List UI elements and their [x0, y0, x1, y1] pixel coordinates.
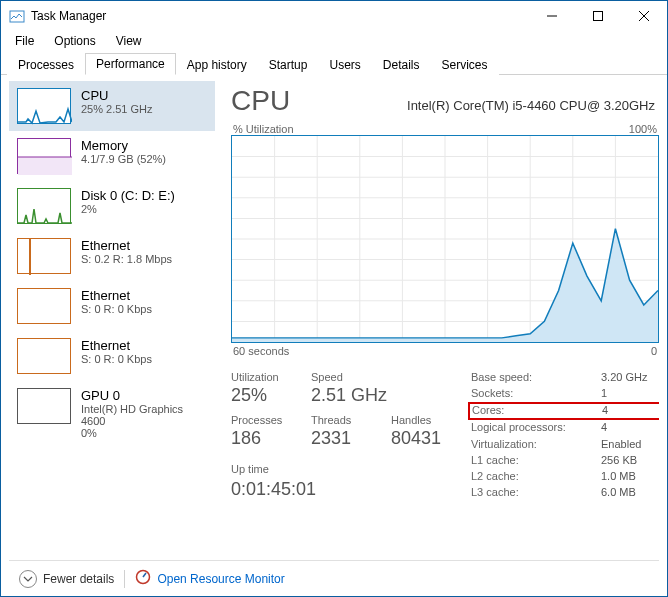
- eth1-thumb: [17, 288, 71, 324]
- l1-key: L1 cache:: [471, 454, 601, 468]
- tab-startup[interactable]: Startup: [258, 54, 319, 75]
- detail-header: CPU Intel(R) Core(TM) i5-4460 CPU@ 3.20G…: [231, 81, 659, 123]
- sidebar-gpu-name: GPU 0: [81, 388, 207, 403]
- memory-thumb: [17, 138, 71, 174]
- cores-key: Cores:: [472, 404, 602, 418]
- detail-pane: CPU Intel(R) Core(TM) i5-4460 CPU@ 3.20G…: [215, 81, 659, 560]
- disk-thumb: [17, 188, 71, 224]
- sidebar-item-disk[interactable]: Disk 0 (C: D: E:) 2%: [9, 181, 215, 231]
- window-title: Task Manager: [31, 9, 106, 23]
- sidebar-memory-name: Memory: [81, 138, 166, 153]
- cpu-thumb: [17, 88, 71, 124]
- l3-key: L3 cache:: [471, 486, 601, 500]
- task-manager-window: Task Manager File Options View Processes…: [0, 0, 668, 597]
- virt-key: Virtualization:: [471, 438, 601, 452]
- sidebar-disk-sub: 2%: [81, 203, 175, 215]
- open-resource-monitor-label: Open Resource Monitor: [157, 572, 284, 586]
- speed-value: 2.51 GHz: [311, 385, 471, 412]
- sidebar-item-cpu[interactable]: CPU 25% 2.51 GHz: [9, 81, 215, 131]
- sidebar: CPU 25% 2.51 GHz Memory 4.1/7.9 GB (52%): [9, 81, 215, 560]
- app-icon: [9, 8, 25, 24]
- handles-value: 80431: [391, 428, 471, 455]
- stats-row: Utilization Speed 25% 2.51 GHz Processes…: [231, 365, 659, 500]
- sidebar-eth2-name: Ethernet: [81, 338, 152, 353]
- eth2-thumb: [17, 338, 71, 374]
- sidebar-eth1-name: Ethernet: [81, 288, 152, 303]
- svg-rect-2: [594, 12, 603, 21]
- body: CPU 25% 2.51 GHz Memory 4.1/7.9 GB (52%): [1, 75, 667, 560]
- logical-key: Logical processors:: [471, 421, 601, 435]
- minimize-button[interactable]: [529, 1, 575, 31]
- cpu-model: Intel(R) Core(TM) i5-4460 CPU@ 3.20GHz: [407, 98, 655, 113]
- chart-label-bl: 60 seconds: [233, 345, 289, 357]
- tab-bar: Processes Performance App history Startu…: [1, 51, 667, 75]
- l2-key: L2 cache:: [471, 470, 601, 484]
- uptime-label: Up time: [231, 457, 471, 475]
- sidebar-item-eth2[interactable]: Ethernet S: 0 R: 0 Kbps: [9, 331, 215, 381]
- fewer-details-button[interactable]: Fewer details: [19, 570, 114, 588]
- logical-val: 4: [601, 421, 659, 435]
- chevron-down-icon: [19, 570, 37, 588]
- sidebar-cpu-sub: 25% 2.51 GHz: [81, 103, 153, 115]
- sidebar-eth0-name: Ethernet: [81, 238, 172, 253]
- l3-val: 6.0 MB: [601, 486, 659, 500]
- cores-val: 4: [602, 404, 658, 418]
- close-button[interactable]: [621, 1, 667, 31]
- menu-view[interactable]: View: [108, 32, 150, 50]
- threads-value: 2331: [311, 428, 391, 455]
- utilization-label: Utilization: [231, 371, 311, 383]
- resource-monitor-icon: [135, 569, 151, 588]
- base-speed-val: 3.20 GHz: [601, 371, 659, 385]
- sidebar-item-gpu[interactable]: GPU 0 Intel(R) HD Graphics 4600 0%: [9, 381, 215, 446]
- speed-label: Speed: [311, 371, 391, 383]
- open-resource-monitor-link[interactable]: Open Resource Monitor: [135, 569, 284, 588]
- maximize-button[interactable]: [575, 1, 621, 31]
- menu-bar: File Options View: [1, 31, 667, 51]
- sidebar-eth2-sub: S: 0 R: 0 Kbps: [81, 353, 152, 365]
- tab-app-history[interactable]: App history: [176, 54, 258, 75]
- sockets-key: Sockets:: [471, 387, 601, 401]
- utilization-value: 25%: [231, 385, 311, 412]
- sidebar-eth0-sub: S: 0.2 R: 1.8 Mbps: [81, 253, 172, 265]
- cpu-chart: [231, 135, 659, 343]
- footer: Fewer details Open Resource Monitor: [9, 560, 659, 596]
- cores-highlight: Cores: 4: [468, 402, 659, 420]
- svg-line-28: [143, 573, 146, 577]
- threads-label: Threads: [311, 414, 391, 426]
- sidebar-cpu-name: CPU: [81, 88, 153, 103]
- uptime-value: 0:01:45:01: [231, 477, 471, 500]
- sockets-val: 1: [601, 387, 659, 401]
- tab-services[interactable]: Services: [431, 54, 499, 75]
- sidebar-item-eth0[interactable]: Ethernet S: 0.2 R: 1.8 Mbps: [9, 231, 215, 281]
- menu-file[interactable]: File: [7, 32, 42, 50]
- footer-separator: [124, 570, 125, 588]
- gpu-thumb: [17, 388, 71, 424]
- sidebar-disk-name: Disk 0 (C: D: E:): [81, 188, 175, 203]
- eth0-thumb: [17, 238, 71, 274]
- tab-performance[interactable]: Performance: [85, 53, 176, 75]
- virt-val: Enabled: [601, 438, 659, 452]
- processes-label: Processes: [231, 414, 311, 426]
- detail-title: CPU: [231, 85, 290, 117]
- chart-label-tr: 100%: [629, 123, 657, 135]
- fewer-details-label: Fewer details: [43, 572, 114, 586]
- chart-label-br: 0: [651, 345, 657, 357]
- sidebar-eth1-sub: S: 0 R: 0 Kbps: [81, 303, 152, 315]
- l1-val: 256 KB: [601, 454, 659, 468]
- title-bar: Task Manager: [1, 1, 667, 31]
- tab-details[interactable]: Details: [372, 54, 431, 75]
- menu-options[interactable]: Options: [46, 32, 103, 50]
- sidebar-gpu-sub: Intel(R) HD Graphics 4600 0%: [81, 403, 207, 439]
- sidebar-item-eth1[interactable]: Ethernet S: 0 R: 0 Kbps: [9, 281, 215, 331]
- base-speed-key: Base speed:: [471, 371, 601, 385]
- tab-users[interactable]: Users: [318, 54, 371, 75]
- tab-processes[interactable]: Processes: [7, 54, 85, 75]
- handles-label: Handles: [391, 414, 471, 426]
- processes-value: 186: [231, 428, 311, 455]
- svg-rect-5: [18, 157, 72, 175]
- chart-label-tl: % Utilization: [233, 123, 294, 135]
- l2-val: 1.0 MB: [601, 470, 659, 484]
- sidebar-item-memory[interactable]: Memory 4.1/7.9 GB (52%): [9, 131, 215, 181]
- sidebar-memory-sub: 4.1/7.9 GB (52%): [81, 153, 166, 165]
